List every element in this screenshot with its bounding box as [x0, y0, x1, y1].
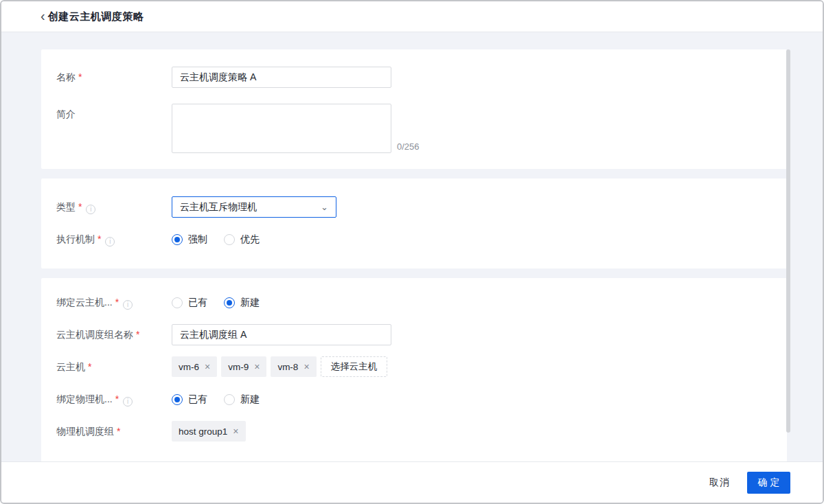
basic-info-panel: 名称* 简介 0/256: [41, 49, 787, 169]
radio-unselected-icon: [224, 234, 235, 245]
radio-option-existing[interactable]: 已有: [172, 393, 207, 406]
name-label: 名称*: [56, 67, 172, 88]
tag-label: vm-9: [228, 362, 249, 372]
bind-vm-group-row: 绑定云主机...*i 已有 新建: [56, 292, 766, 313]
close-icon[interactable]: ×: [233, 426, 238, 436]
radio-option-mandatory[interactable]: 强制: [172, 233, 207, 246]
char-counter: 0/256: [397, 141, 420, 152]
type-select[interactable]: 云主机互斥物理机 ⌄: [172, 196, 336, 218]
required-marker: *: [88, 361, 91, 372]
required-marker: *: [78, 71, 82, 82]
tag-label: vm-6: [179, 362, 199, 372]
bind-vm-group-radio-group: 已有 新建: [172, 292, 276, 313]
page-title: 创建云主机调度策略: [48, 10, 144, 23]
label-text: 类型: [56, 201, 76, 212]
vm-tag: vm-8 ×: [271, 356, 316, 377]
radio-label: 新建: [240, 393, 260, 406]
label-text: 执行机制: [56, 233, 95, 244]
radio-option-existing[interactable]: 已有: [172, 297, 207, 309]
info-icon[interactable]: i: [86, 205, 95, 214]
intro-textarea[interactable]: [172, 104, 391, 153]
vm-group-name-label: 云主机调度组名称*: [56, 324, 172, 345]
policy-type-panel: 类型*i 云主机互斥物理机 ⌄ 执行机制*i 强制: [41, 179, 787, 268]
host-group-label: 物理机调度组*: [56, 421, 172, 442]
vms-row: 云主机* vm-6 × vm-9 × vm-8 × 选择云主机: [56, 356, 766, 378]
page-header: ‹ 创建云主机调度策略: [1, 1, 823, 32]
label-text: 绑定物理机...: [56, 393, 113, 404]
radio-unselected-icon: [224, 394, 235, 405]
required-marker: *: [136, 329, 139, 340]
label-text: 云主机调度组名称: [56, 329, 133, 340]
label-text: 云主机: [56, 361, 85, 372]
mechanism-label: 执行机制*i: [56, 229, 172, 250]
label-text: 名称: [56, 71, 76, 82]
vm-group-name-input[interactable]: [172, 324, 391, 345]
chevron-down-icon: ⌄: [321, 203, 328, 211]
binding-panel: 绑定云主机...*i 已有 新建 云主机调度组名称*: [41, 278, 787, 471]
info-icon[interactable]: i: [123, 300, 133, 310]
radio-option-new[interactable]: 新建: [224, 393, 260, 406]
mechanism-row: 执行机制*i 强制 优先: [56, 229, 766, 250]
label-text: 物理机调度组: [56, 426, 114, 437]
radio-label: 新建: [240, 297, 260, 309]
close-icon[interactable]: ×: [254, 362, 260, 371]
info-icon[interactable]: i: [105, 237, 115, 247]
radio-selected-icon: [172, 234, 183, 245]
host-group-tag-list: host group1 ×: [172, 421, 250, 442]
radio-option-new[interactable]: 新建: [224, 297, 260, 309]
required-marker: *: [78, 201, 82, 212]
bind-host-group-row: 绑定物理机...*i 已有 新建: [56, 389, 766, 410]
vms-label: 云主机*: [56, 356, 172, 378]
vm-tag-list: vm-6 × vm-9 × vm-8 × 选择云主机: [172, 356, 387, 377]
tag-label: host group1: [179, 426, 227, 437]
chevron-left-icon: ‹: [41, 8, 45, 23]
page-footer: 取消 确 定: [1, 461, 823, 503]
close-icon[interactable]: ×: [304, 362, 309, 371]
radio-label: 已有: [188, 297, 207, 309]
confirm-button[interactable]: 确 定: [747, 472, 790, 494]
host-group-row: 物理机调度组* host group1 ×: [56, 421, 766, 442]
bind-host-group-label: 绑定物理机...*i: [56, 389, 172, 410]
intro-label: 简介: [56, 104, 172, 125]
form-content: 名称* 简介 0/256 类型*i: [1, 32, 823, 471]
type-label: 类型*i: [56, 196, 172, 218]
vm-tag: vm-6 ×: [172, 356, 217, 377]
label-text: 绑定云主机...: [56, 297, 113, 308]
bind-vm-group-label: 绑定云主机...*i: [56, 292, 172, 313]
create-vm-scheduling-policy-window: ‹ 创建云主机调度策略 名称* 简介 0/256: [0, 0, 824, 504]
required-marker: *: [115, 297, 119, 308]
required-marker: *: [98, 233, 101, 244]
radio-label: 优先: [240, 233, 260, 246]
required-marker: *: [117, 426, 120, 437]
cancel-button[interactable]: 取消: [709, 477, 730, 489]
vm-group-name-row: 云主机调度组名称*: [56, 324, 766, 345]
type-row: 类型*i 云主机互斥物理机 ⌄: [56, 196, 766, 218]
close-icon[interactable]: ×: [205, 362, 210, 371]
radio-label: 已有: [188, 393, 207, 406]
label-text: 简介: [56, 108, 76, 119]
mechanism-radio-group: 强制 优先: [172, 229, 276, 250]
radio-selected-icon: [172, 394, 183, 405]
required-marker: *: [115, 393, 119, 404]
vertical-scrollbar-thumb[interactable]: [786, 49, 790, 433]
name-input[interactable]: [172, 67, 391, 88]
info-icon[interactable]: i: [123, 397, 133, 406]
bind-host-group-radio-group: 已有 新建: [172, 389, 276, 410]
radio-label: 强制: [188, 233, 207, 246]
name-row: 名称*: [56, 67, 766, 88]
select-vms-button[interactable]: 选择云主机: [321, 356, 388, 377]
radio-unselected-icon: [172, 297, 183, 308]
back-button[interactable]: ‹: [41, 10, 48, 23]
radio-option-preferred[interactable]: 优先: [224, 233, 260, 246]
host-group-tag: host group1 ×: [172, 421, 246, 442]
vm-tag: vm-9 ×: [221, 356, 266, 377]
tag-label: vm-8: [277, 362, 298, 372]
intro-row: 简介 0/256: [56, 104, 766, 153]
type-select-value: 云主机互斥物理机: [180, 201, 257, 214]
radio-selected-icon: [224, 297, 235, 308]
